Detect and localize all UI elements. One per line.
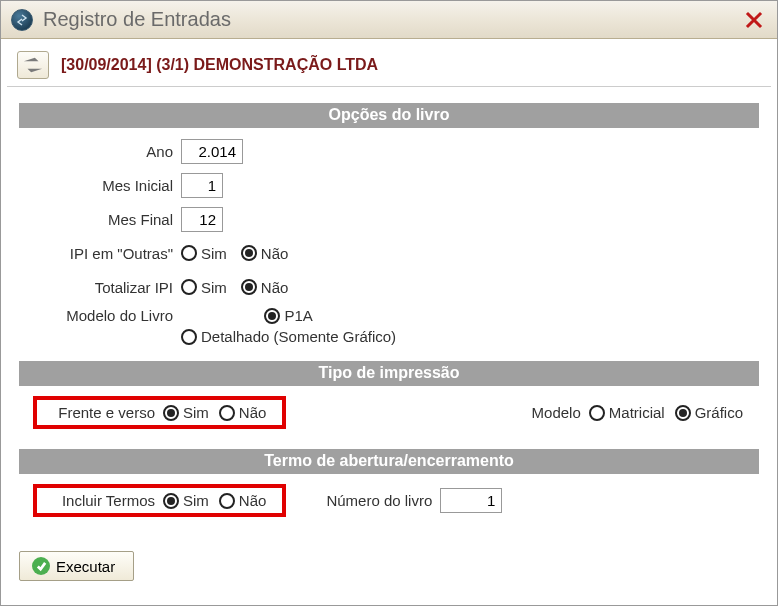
content: Opções do livro Ano Mes Inicial Mes Fina… [1, 89, 777, 543]
radio-incluir-termos-sim[interactable]: Sim [163, 492, 209, 509]
input-mes-inicial[interactable] [181, 173, 223, 198]
input-numero-livro[interactable] [440, 488, 502, 513]
section-opcoes: Opções do livro [19, 103, 759, 128]
radio-incluir-termos-nao[interactable]: Não [219, 492, 267, 509]
executar-label: Executar [56, 558, 115, 575]
radio-modelo-grafico[interactable]: Gráfico [675, 404, 743, 421]
titlebar: Registro de Entradas [1, 1, 777, 39]
app-icon [11, 9, 33, 31]
label-mes-inicial: Mes Inicial [19, 177, 181, 194]
tipo-form: Frente e verso Sim Não Modelo Matricial … [19, 386, 759, 445]
termo-form: Incluir Termos Sim Não Número do livro [19, 474, 759, 533]
input-mes-final[interactable] [181, 207, 223, 232]
window-root: Registro de Entradas [30/09/2014] (3/1) … [0, 0, 778, 606]
label-modelo-livro: Modelo do Livro [19, 304, 181, 324]
section-tipo: Tipo de impressão [19, 361, 759, 386]
radio-ipi-outras-nao[interactable]: Não [241, 245, 289, 262]
radio-modelo-livro-detalhado[interactable]: Detalhado (Somente Gráfico) [181, 328, 396, 345]
company-line: [30/09/2014] (3/1) DEMONSTRAÇÃO LTDA [61, 56, 378, 74]
subheader: [30/09/2014] (3/1) DEMONSTRAÇÃO LTDA [7, 43, 771, 87]
radio-frente-verso-nao[interactable]: Não [219, 404, 267, 421]
radio-totalizar-ipi-nao[interactable]: Não [241, 279, 289, 296]
input-ano[interactable] [181, 139, 243, 164]
section-termo: Termo de abertura/encerramento [19, 449, 759, 474]
swap-button[interactable] [17, 51, 49, 79]
opcoes-form: Ano Mes Inicial Mes Final IPI em "Outras… [19, 128, 759, 357]
radio-ipi-outras-sim[interactable]: Sim [181, 245, 227, 262]
label-ano: Ano [19, 143, 181, 160]
label-frente-verso: Frente e verso [43, 404, 163, 421]
radio-modelo-matricial[interactable]: Matricial [589, 404, 665, 421]
footer: Executar [1, 543, 777, 589]
close-button[interactable] [739, 8, 769, 32]
highlight-frente-verso: Frente e verso Sim Não [33, 396, 286, 429]
highlight-incluir-termos: Incluir Termos Sim Não [33, 484, 286, 517]
label-totalizar-ipi: Totalizar IPI [19, 279, 181, 296]
label-mes-final: Mes Final [19, 211, 181, 228]
radio-frente-verso-sim[interactable]: Sim [163, 404, 209, 421]
label-numero-livro: Número do livro [326, 492, 440, 509]
radio-modelo-livro-p1a[interactable]: P1A [264, 307, 312, 324]
check-icon [32, 557, 50, 575]
radio-totalizar-ipi-sim[interactable]: Sim [181, 279, 227, 296]
label-modelo: Modelo [532, 404, 589, 421]
label-ipi-outras: IPI em "Outras" [19, 245, 181, 262]
window-title: Registro de Entradas [43, 8, 739, 31]
label-incluir-termos: Incluir Termos [43, 492, 163, 509]
executar-button[interactable]: Executar [19, 551, 134, 581]
